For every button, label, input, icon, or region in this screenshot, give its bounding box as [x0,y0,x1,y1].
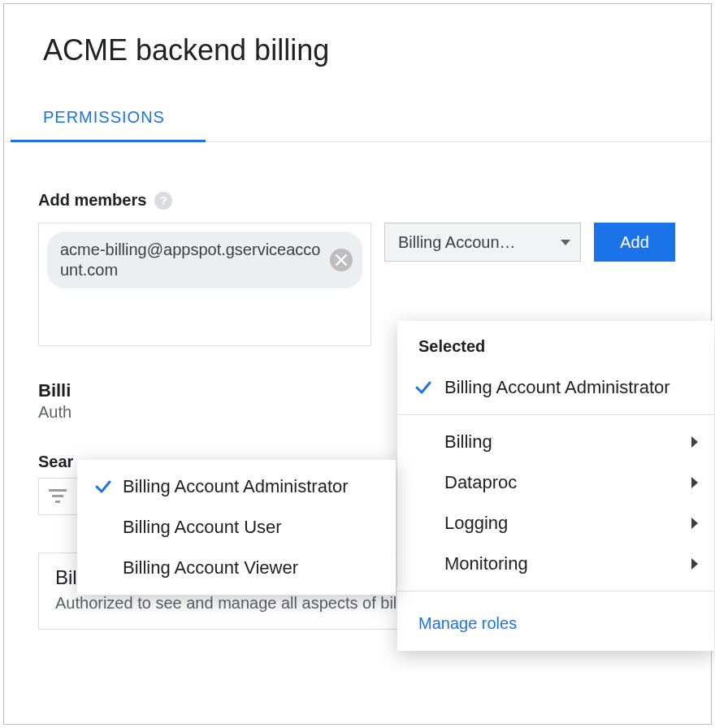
manage-roles-link[interactable]: Manage roles [397,598,714,638]
submenu-item-label: Billing Account Viewer [123,557,298,578]
check-icon [93,477,113,496]
role-dropdown[interactable]: Billing Accoun… [384,223,581,262]
member-chip-text: acme-billing@appspot.gserviceaccount.com [60,240,323,280]
submenu-item-admin[interactable]: Billing Account Administrator [77,466,396,507]
dropdown-selected-label: Selected [397,321,714,367]
member-chip: acme-billing@appspot.gserviceaccount.com [47,232,362,288]
dropdown-category-label: Monitoring [444,553,528,574]
role-dropdown-panel: Selected Billing Account Administrator B… [397,321,714,651]
help-icon[interactable]: ? [154,192,172,210]
submenu-item-label: Billing Account User [123,517,282,538]
dropdown-category-label: Billing [444,431,492,453]
chevron-right-icon [691,558,698,570]
add-members-label: Add members [38,191,146,210]
dropdown-category-label: Logging [444,513,508,534]
chevron-right-icon [691,477,698,488]
submenu-item-user[interactable]: Billing Account User [77,507,396,548]
check-icon [414,378,433,397]
dropdown-category-logging[interactable]: Logging [397,503,714,544]
divider [397,414,714,415]
tabs: PERMISSIONS [4,108,711,142]
billing-submenu: Billing Account Administrator Billing Ac… [77,460,396,595]
dropdown-selected-item[interactable]: Billing Account Administrator [397,367,714,408]
page-title: ACME backend billing [4,4,711,67]
dropdown-category-billing[interactable]: Billing [397,422,714,462]
caret-down-icon [561,240,570,245]
submenu-item-label: Billing Account Administrator [123,476,349,497]
members-input[interactable]: acme-billing@appspot.gserviceaccount.com [38,223,371,346]
chevron-right-icon [691,518,698,529]
tab-permissions[interactable]: PERMISSIONS [11,108,165,141]
filter-icon [49,488,67,505]
chevron-right-icon [691,436,698,448]
tab-label: PERMISSIONS [43,108,165,126]
add-button[interactable]: Add [594,223,675,262]
divider [397,591,714,592]
dropdown-category-monitoring[interactable]: Monitoring [397,544,714,584]
role-dropdown-label: Billing Accoun… [398,233,516,252]
submenu-item-viewer[interactable]: Billing Account Viewer [77,548,396,588]
dropdown-category-label: Dataproc [444,472,517,493]
remove-chip-icon[interactable] [330,249,353,271]
dropdown-selected-item-label: Billing Account Administrator [444,377,670,398]
dropdown-category-dataproc[interactable]: Dataproc [397,462,714,503]
